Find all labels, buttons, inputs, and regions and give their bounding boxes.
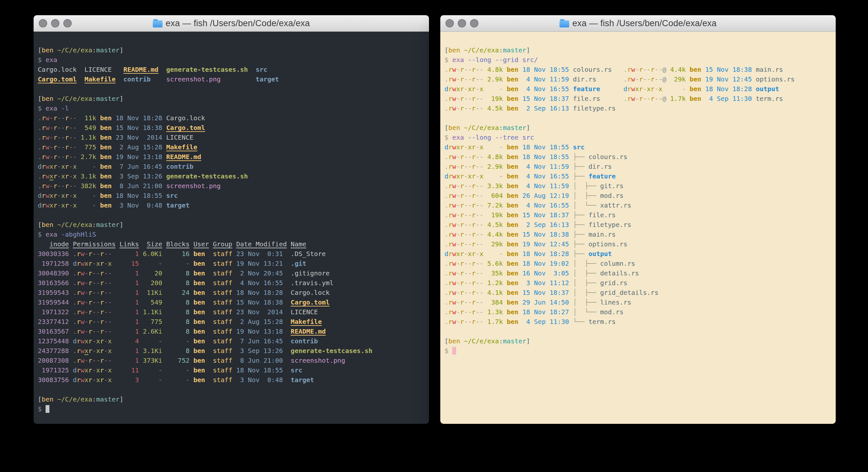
terminal-output[interactable]: [ben ~/C/e/exa:master]$ exa --long --gri… bbox=[440, 32, 836, 424]
zoom-button[interactable] bbox=[470, 19, 478, 28]
window-controls bbox=[39, 19, 72, 28]
folder-icon bbox=[559, 20, 569, 28]
terminal-line: Cargo.lock LICENCE README.md generate-te… bbox=[38, 65, 426, 75]
terminal-line: [ben ~/C/e/exa:master] bbox=[38, 394, 426, 404]
terminal-line: 30048390 .rw-r--r-- 1 20 8 ben staff 2 N… bbox=[38, 268, 426, 278]
terminal-line: .rw-r--r-- 549 ben 15 Nov 18:38 Cargo.to… bbox=[38, 123, 426, 132]
terminal-line: 23377412 .rw-r--r-- 1 775 8 ben staff 2 … bbox=[38, 317, 426, 326]
terminal-line: 30163566 .rw-r--r-- 1 200 8 ben staff 4 … bbox=[38, 278, 426, 288]
terminal-line: .rw-r--r-- 1.3k ben 18 Nov 18:27 │ └── m… bbox=[444, 307, 833, 317]
terminal-line: 31959543 .rw-r--r-- 1 11Ki 24 ben staff … bbox=[38, 288, 426, 297]
zoom-button[interactable] bbox=[63, 19, 72, 28]
terminal-line: 20087308 .rw-r--r-- 1 373Ki 752 ben staf… bbox=[38, 356, 426, 365]
minimize-button[interactable] bbox=[51, 19, 59, 28]
terminal-line: .rw-r--r-- 384 ben 29 Jun 14:50 │ ├── li… bbox=[444, 297, 833, 307]
terminal-line: .rw-r--r-- 3.3k ben 4 Nov 11:59 │ ├── gi… bbox=[444, 181, 833, 191]
terminal-output[interactable]: [ben ~/C/e/exa:master]$ exaCargo.lock LI… bbox=[34, 32, 429, 424]
terminal-line bbox=[38, 210, 426, 220]
terminal-line: [ben ~/C/e/exa:master] bbox=[444, 123, 833, 132]
terminal-line: .rw-r--r-- 1.2k ben 3 Nov 11:12 │ ├── gr… bbox=[444, 278, 833, 288]
terminal-line: inode Permissions Links Size Blocks User… bbox=[38, 239, 426, 249]
window-title: exa — fish /Users/ben/Code/exa/exa bbox=[572, 19, 717, 28]
terminal-line: [ben ~/C/e/exa:master] bbox=[444, 336, 833, 346]
terminal-line: Cargo.toml Makefile contrib screenshot.p… bbox=[38, 75, 426, 84]
minimize-button[interactable] bbox=[458, 19, 466, 28]
close-button[interactable] bbox=[445, 19, 454, 28]
terminal-line: .rw-r--r-- 7.2k ben 4 Nov 16:55 │ └── xa… bbox=[444, 201, 833, 210]
terminal-line: .rw-r--r-- 4.4k ben 15 Nov 18:38 ├── mai… bbox=[444, 230, 833, 239]
terminal-line: drwxr-xr-x - ben 3 Nov 0:48 target bbox=[38, 201, 426, 210]
terminal-window-light: exa — fish /Users/ben/Code/exa/exa [ben … bbox=[440, 15, 836, 424]
terminal-line: 1971258 drwxr-xr-x 15 - - ben staff 19 N… bbox=[38, 259, 426, 268]
terminal-line: 1971325 drwxr-xr-x 11 - - ben staff 18 N… bbox=[38, 365, 426, 375]
folder-icon bbox=[153, 20, 162, 28]
terminal-line: .rw-r--r-- 4.5k ben 2 Sep 16:13 filetype… bbox=[444, 104, 833, 113]
terminal-line: 31959544 .rw-r--r-- 1 549 8 ben staff 15… bbox=[38, 297, 426, 307]
terminal-line: .rw-r--r-- 2.9k ben 4 Nov 11:59 ├── dir.… bbox=[444, 161, 833, 171]
terminal-line bbox=[38, 84, 426, 94]
terminal-line: [ben ~/C/e/exa:master] bbox=[444, 45, 833, 55]
window-title: exa — fish /Users/ben/Code/exa/exa bbox=[166, 19, 310, 28]
terminal-line bbox=[444, 113, 833, 123]
terminal-line: .rw-r--r-- 19k ben 15 Nov 18:37 ├── file… bbox=[444, 210, 833, 220]
terminal-line: .rw-r--r-- 4.8k ben 18 Nov 18:55 colours… bbox=[444, 65, 833, 75]
terminal-line: $ exa --long --grid src/ bbox=[444, 55, 833, 65]
terminal-line: 1971322 .rw-r--r-- 1 1.1Ki 8 ben staff 2… bbox=[38, 307, 426, 317]
terminal-line: .rw-r--r-- 1.1k ben 23 Nov 2014 LICENCE bbox=[38, 132, 426, 142]
terminal-line: .rw-r--r-- 1.7k ben 4 Sep 11:30 └── term… bbox=[444, 317, 833, 326]
terminal-line: .rw-r--r-- 775 ben 2 Aug 15:28 Makefile bbox=[38, 142, 426, 152]
titlebar[interactable]: exa — fish /Users/ben/Code/exa/exa bbox=[440, 15, 836, 32]
terminal-line: .rw-r--r-- 11k ben 18 Nov 18:28 Cargo.lo… bbox=[38, 113, 426, 123]
terminal-line: 24377288 .rwxr-xr-x 1 3.1Ki 8 ben staff … bbox=[38, 346, 426, 356]
terminal-line: .rw-r--r-- 382k ben 8 Jun 21:00 screensh… bbox=[38, 181, 426, 191]
terminal-line: .rw-r--r-- 2.7k ben 19 Nov 13:18 README.… bbox=[38, 152, 426, 161]
terminal-line: $ bbox=[444, 346, 833, 356]
terminal-line: .rw-r--r-- 19k ben 15 Nov 18:37 file.rs … bbox=[444, 94, 833, 104]
title-group: exa — fish /Users/ben/Code/exa/exa bbox=[559, 19, 717, 28]
terminal-line bbox=[38, 385, 426, 394]
terminal-line: drwxr-xr-x - ben 4 Nov 16:55 ├── feature bbox=[444, 171, 833, 181]
terminal-line: drwxr-xr-x - ben 18 Nov 18:55 src bbox=[38, 191, 426, 201]
terminal-line: 30163567 .rw-r--r-- 1 2.6Ki 8 ben staff … bbox=[38, 326, 426, 336]
terminal-line: drwxr-xr-x - ben 4 Nov 16:55 feature drw… bbox=[444, 84, 833, 94]
terminal-line: .rw-r--r-- 4.5k ben 2 Sep 16:13 ├── file… bbox=[444, 220, 833, 230]
terminal-line bbox=[444, 326, 833, 336]
terminal-line: .rw-r--r-- 2.9k ben 4 Nov 11:59 dir.rs .… bbox=[444, 75, 833, 84]
terminal-line: .rwxr-xr-x 3.1k ben 3 Sep 13:26 generate… bbox=[38, 171, 426, 181]
desktop: { "desktop_bg": "#000000", "windows": [ … bbox=[0, 0, 868, 472]
window-controls bbox=[445, 19, 478, 28]
terminal-line: drwxr-xr-x - ben 18 Nov 18:28 ├── output bbox=[444, 249, 833, 259]
terminal-line: 30083756 drwxr-xr-x 3 - - ben staff 3 No… bbox=[38, 375, 426, 385]
terminal-line: 30030336 .rw-r--r-- 1 6.0Ki 16 ben staff… bbox=[38, 249, 426, 259]
terminal-line: $ bbox=[38, 404, 426, 414]
terminal-line: $ exa bbox=[38, 55, 426, 65]
terminal-window-dark: exa — fish /Users/ben/Code/exa/exa [ben … bbox=[34, 15, 429, 424]
title-group: exa — fish /Users/ben/Code/exa/exa bbox=[153, 19, 310, 28]
terminal-line: .rw-r--r-- 29k ben 19 Nov 12:45 ├── opti… bbox=[444, 239, 833, 249]
terminal-line: [ben ~/C/e/exa:master] bbox=[38, 220, 426, 230]
cursor-block bbox=[45, 405, 50, 413]
titlebar[interactable]: exa — fish /Users/ben/Code/exa/exa bbox=[34, 15, 429, 32]
terminal-line: drwxr-xr-x - ben 7 Jun 16:45 contrib bbox=[38, 161, 426, 171]
cursor-block bbox=[452, 347, 456, 355]
terminal-line: $ exa -abghHliS bbox=[38, 230, 426, 239]
terminal-line: .rw-r--r-- 4.1k ben 15 Nov 18:37 │ ├── g… bbox=[444, 288, 833, 297]
terminal-line: $ exa --long --tree src bbox=[444, 132, 833, 142]
terminal-line: .rw-r--r-- 35k ben 16 Nov 3:05 │ ├── det… bbox=[444, 268, 833, 278]
terminal-line: 12375448 drwxr-xr-x 4 - - ben staff 7 Ju… bbox=[38, 336, 426, 346]
close-button[interactable] bbox=[39, 19, 47, 28]
terminal-line: drwxr-xr-x - ben 18 Nov 18:55 src bbox=[444, 142, 833, 152]
terminal-line: [ben ~/C/e/exa:master] bbox=[38, 94, 426, 104]
terminal-line: $ exa -l bbox=[38, 104, 426, 113]
terminal-line: .rw-r--r-- 4.8k ben 18 Nov 18:55 ├── col… bbox=[444, 152, 833, 161]
terminal-line: [ben ~/C/e/exa:master] bbox=[38, 45, 426, 55]
terminal-line: .rw-r--r-- 604 ben 26 Aug 12:19 │ ├── mo… bbox=[444, 191, 833, 201]
terminal-line: .rw-r--r-- 5.6k ben 18 Nov 19:02 │ ├── c… bbox=[444, 259, 833, 268]
